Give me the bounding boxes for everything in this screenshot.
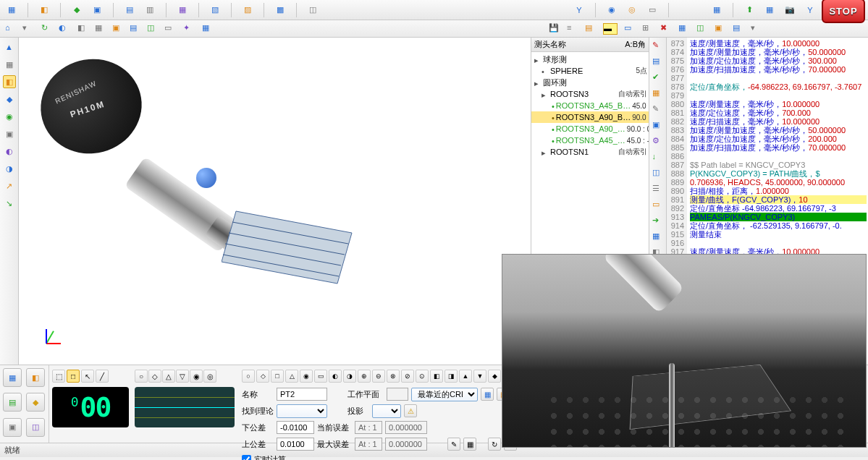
- tree-row[interactable]: ▸ROOTSN3自动索引: [531, 88, 649, 100]
- tool-icon[interactable]: ▭: [164, 23, 176, 35]
- tool-icon[interactable]: ▣: [112, 23, 124, 35]
- tool-icon[interactable]: ⊞: [642, 23, 654, 35]
- tool-icon[interactable]: ↓: [652, 152, 664, 163]
- tree-row[interactable]: •ROOTSN3_A90_…90.0 : 0.0: [531, 123, 649, 135]
- tool-icon[interactable]: ▤: [652, 56, 664, 68]
- tree-row[interactable]: •ROOTSN3_A45_B…45.0 : 90.0: [531, 100, 649, 111]
- tool-icon[interactable]: ▦: [3, 58, 16, 71]
- home-icon[interactable]: ⌂: [5, 23, 17, 35]
- save-icon[interactable]: 💾: [549, 23, 560, 35]
- tool-icon[interactable]: ▤: [130, 23, 141, 35]
- tool-icon[interactable]: ▣: [3, 127, 16, 140]
- code-line[interactable]: P(KNGCV_COPY3) = PATH/曲线，$: [690, 169, 867, 178]
- tool-icon[interactable]: ◫: [147, 23, 159, 35]
- arrow-icon[interactable]: ➔: [652, 216, 664, 227]
- tool-icon[interactable]: ▣: [715, 23, 726, 35]
- tb-btn[interactable]: ○: [242, 370, 255, 383]
- mode-button[interactable]: ▤: [3, 393, 22, 412]
- pointer-icon[interactable]: ▲: [3, 41, 16, 54]
- code-line[interactable]: 定位/直角坐标 -64.986223, 69.166797, -3: [690, 204, 867, 213]
- code-line[interactable]: 速度/定位速度，毫米/秒，700.000: [690, 108, 867, 117]
- btn[interactable]: ▦: [481, 388, 494, 401]
- tb-btn[interactable]: ▼: [473, 370, 486, 383]
- code-line[interactable]: [690, 74, 867, 82]
- tree-row[interactable]: •ROOTSN3_A90_B…90.0 : 90.0: [531, 111, 649, 123]
- tool-icon[interactable]: ◑: [3, 162, 16, 175]
- tb-btn[interactable]: ◧: [430, 370, 443, 383]
- code-line[interactable]: 速度/测量速度，毫米/秒，10.000000: [690, 100, 867, 108]
- 3d-viewport[interactable]: RENISHAW PH10M: [19, 38, 531, 365]
- tool-icon[interactable]: Y: [804, 4, 816, 16]
- tb-btn[interactable]: ◐: [329, 370, 342, 383]
- mode-button[interactable]: ◧: [26, 368, 45, 387]
- tree-row[interactable]: ▸圆环测: [531, 77, 649, 88]
- realtime-checkbox[interactable]: [242, 455, 251, 461]
- refresh-icon[interactable]: ↻: [41, 23, 53, 35]
- tb-btn[interactable]: ◑: [343, 370, 356, 383]
- tool-icon[interactable]: ▤: [124, 4, 135, 16]
- stop-button[interactable]: STOP: [822, 0, 865, 23]
- tool-icon[interactable]: ▦: [711, 4, 722, 16]
- tree-row[interactable]: •SPHERE5点: [531, 65, 649, 77]
- chart-btn[interactable]: ○: [135, 370, 148, 383]
- tool-icon[interactable]: ▤: [585, 23, 597, 35]
- tree-row[interactable]: ▸ROOTSN1自动索引: [531, 146, 649, 158]
- dro-btn[interactable]: ↖: [81, 370, 94, 383]
- tool-icon[interactable]: ▭: [624, 23, 636, 35]
- lower-tol-input[interactable]: [277, 421, 314, 434]
- code-line[interactable]: 加速度/定位加速度，毫米/秒/秒，200.000: [690, 135, 867, 143]
- tool-icon[interactable]: ◐: [59, 23, 70, 35]
- chart-btn[interactable]: ◉: [190, 370, 203, 383]
- find-select[interactable]: [277, 404, 327, 418]
- code-line[interactable]: [690, 152, 867, 161]
- tool-icon[interactable]: ▦: [764, 4, 775, 16]
- camera-icon[interactable]: 📷: [784, 4, 796, 16]
- tool-icon[interactable]: ▣: [91, 4, 103, 16]
- tool-icon[interactable]: ▦: [202, 23, 214, 35]
- tree-row[interactable]: ▸球形测: [531, 54, 649, 65]
- code-line[interactable]: 定位/直角坐标， -62.529135, 9.166797, -0.: [690, 221, 867, 230]
- code-line[interactable]: [690, 239, 867, 247]
- tb-btn[interactable]: ◆: [488, 370, 501, 383]
- upper-tol-input[interactable]: [277, 438, 314, 451]
- tool-icon[interactable]: ◎: [626, 4, 638, 16]
- mode-button[interactable]: ◆: [26, 393, 45, 412]
- new-icon[interactable]: ▦: [6, 4, 17, 16]
- proj-select[interactable]: [372, 404, 401, 418]
- tool-icon[interactable]: ◐: [3, 145, 16, 158]
- code-line[interactable]: [690, 91, 867, 100]
- tb-btn[interactable]: ▭: [314, 370, 327, 383]
- tool-icon[interactable]: ◫: [307, 4, 319, 16]
- tool-icon[interactable]: ▦: [177, 4, 188, 16]
- tool-icon[interactable]: ▧: [209, 4, 221, 16]
- chart-btn[interactable]: △: [162, 370, 175, 383]
- tool-icon[interactable]: ◆: [3, 93, 16, 106]
- tool-icon[interactable]: ✎: [652, 104, 664, 116]
- btn[interactable]: ↻: [488, 438, 501, 451]
- code-line[interactable]: 加速度/扫描加速度，毫米/秒/秒，70.000000: [690, 65, 867, 74]
- btn[interactable]: ✎: [447, 438, 460, 451]
- code-line[interactable]: 测量/曲线，F(GCV_COPY3)，10: [690, 195, 867, 204]
- tool-icon[interactable]: ⬆: [743, 4, 755, 16]
- tool-icon[interactable]: ◫: [696, 23, 708, 35]
- mode-button[interactable]: ▦: [3, 368, 22, 387]
- chart-btn[interactable]: ▽: [176, 370, 189, 383]
- tool-icon[interactable]: ◆: [71, 4, 83, 16]
- tool-icon[interactable]: ▣: [652, 120, 664, 132]
- tool-icon[interactable]: ◫: [652, 168, 664, 179]
- workplane-input[interactable]: [387, 388, 408, 401]
- tool-icon[interactable]: ✔: [652, 72, 664, 84]
- tool-icon[interactable]: ▤: [733, 23, 744, 35]
- tb-btn[interactable]: ⊙: [416, 370, 429, 383]
- tb-btn[interactable]: ◉: [300, 370, 313, 383]
- tool-icon[interactable]: ☰: [652, 184, 664, 195]
- highlight-icon[interactable]: ▬: [603, 23, 618, 35]
- tool-icon[interactable]: ▦: [95, 23, 106, 35]
- tool-icon[interactable]: ▭: [646, 4, 658, 16]
- chart-btn[interactable]: ◇: [148, 370, 161, 383]
- tb-btn[interactable]: ◇: [256, 370, 269, 383]
- tb-btn[interactable]: ⊖: [372, 370, 385, 383]
- tool-icon[interactable]: ◉: [606, 4, 618, 16]
- dropdown-icon[interactable]: ▾: [22, 23, 34, 35]
- tb-btn[interactable]: ⊘: [401, 370, 414, 383]
